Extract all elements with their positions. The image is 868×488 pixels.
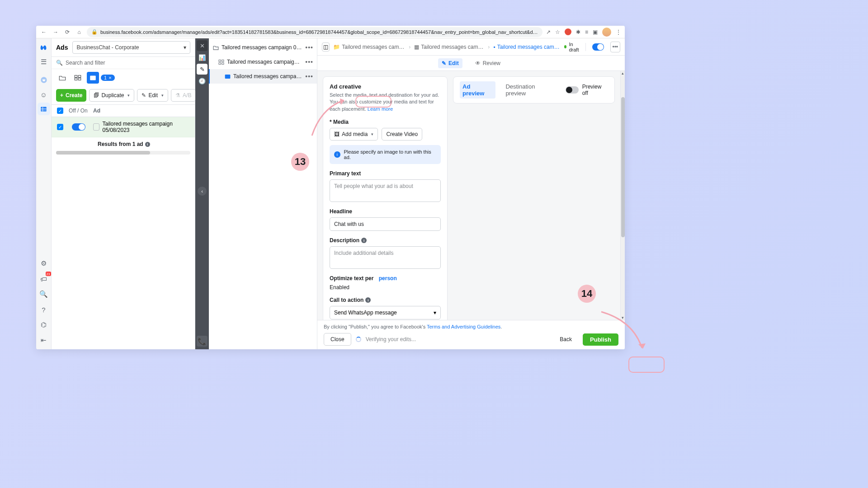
create-button[interactable]: + Create <box>56 89 86 102</box>
tab-adsets-icon[interactable] <box>71 72 84 84</box>
editor-area: ◫ 📁Tailored messages campaign ( › ▦Tailo… <box>317 38 625 349</box>
ad-active-toggle[interactable] <box>592 43 604 51</box>
ab-test-button[interactable]: ⚗ A/B <box>171 89 196 102</box>
mini-chart-icon[interactable]: 📊 <box>197 52 208 63</box>
preview-toggle[interactable] <box>566 86 579 94</box>
primary-text-input[interactable]: Tell people what your ad is about <box>330 179 441 202</box>
tree-more-icon[interactable]: ••• <box>305 58 313 66</box>
description-label: Descriptioni <box>330 237 441 244</box>
pill-count: 1 <box>104 75 107 80</box>
preview-tab-destination[interactable]: Destination preview <box>503 81 558 99</box>
pill-close-icon[interactable]: × <box>108 75 111 80</box>
ad-icon <box>224 73 231 80</box>
cta-select[interactable]: Send WhatsApp message▾ <box>330 306 441 319</box>
preview-tab-ad[interactable]: Ad preview <box>460 81 495 99</box>
kebab-icon[interactable]: ⋮ <box>616 29 621 35</box>
panel-layout-icon[interactable]: ◫ <box>322 42 330 52</box>
select-all-checkbox[interactable]: ✓ <box>57 108 63 114</box>
hamburger-icon[interactable]: ☰ <box>38 56 50 68</box>
mini-clock-icon[interactable]: 🕘 <box>197 75 208 86</box>
annotation-highlight-publish <box>628 357 665 373</box>
crumb-campaign[interactable]: 📁Tailored messages campaign ( <box>333 44 405 50</box>
spinner-icon <box>356 337 361 342</box>
rail-help-icon[interactable]: ? <box>38 303 50 316</box>
back-icon[interactable]: ← <box>40 28 48 36</box>
duplicate-button[interactable]: 🗐 Duplicate <box>89 89 134 102</box>
account-select[interactable]: BusinessChat - Corporate ▾ <box>72 41 190 54</box>
rail-notifications-icon[interactable]: 🏷23 <box>38 272 50 285</box>
description-input[interactable]: Include additional details <box>330 246 441 269</box>
selected-count-pill[interactable]: 1 × <box>101 75 115 81</box>
add-media-button[interactable]: 🖼 Add media <box>330 128 378 141</box>
learn-more-link[interactable]: Learn more <box>368 106 393 112</box>
tree-more-icon[interactable]: ••• <box>305 73 313 80</box>
rail-face-icon[interactable]: ☺ <box>38 88 50 101</box>
mini-collapse-icon[interactable]: ‹ <box>198 187 207 196</box>
subtab-edit[interactable]: ✎ Edit <box>438 58 462 68</box>
row-checkbox[interactable]: ✓ <box>57 124 63 130</box>
account-name: BusinessChat - Corporate <box>76 44 139 51</box>
window-icon[interactable]: ▣ <box>593 29 598 35</box>
scroll-down-icon[interactable]: ▾ <box>621 315 625 320</box>
level-tabs: 1 × <box>52 69 195 86</box>
browser-right-icons: ↗ ☆ ✱ ≡ ▣ ⋮ <box>546 28 621 37</box>
overflow-menu-button[interactable]: ••• <box>610 42 620 52</box>
results-summary: Results from 1 ad i <box>52 137 195 151</box>
terms-link[interactable]: Terms and Advertising Guidelines <box>427 324 500 329</box>
home-icon[interactable]: ⌂ <box>75 28 83 36</box>
tree-more-icon[interactable]: ••• <box>305 44 313 51</box>
share-icon[interactable]: ↗ <box>546 29 551 35</box>
profile-avatar-icon[interactable] <box>602 28 611 37</box>
reload-icon[interactable]: ⟳ <box>63 28 71 36</box>
rail-search-icon[interactable]: 🔍 <box>38 288 50 300</box>
forward-icon[interactable]: → <box>52 28 60 36</box>
rail-table-icon[interactable] <box>38 103 50 115</box>
url-bar[interactable]: 🔒 business.facebook.com/adsmanager/manag… <box>87 27 542 37</box>
cta-label: Call to actioni <box>330 297 441 303</box>
rail-commerce-icon[interactable] <box>38 74 50 86</box>
crumb-ad[interactable]: ▪Tailored messages campaign ( <box>493 44 560 50</box>
hscroll-track[interactable] <box>56 151 190 155</box>
crumb-adset[interactable]: ▦Tailored messages campaign ( <box>414 44 484 50</box>
search-input[interactable]: 🔍 Search and filter <box>56 60 190 66</box>
tree-ad[interactable]: Tailored messages campaign ... ••• <box>209 69 317 84</box>
row-toggle[interactable] <box>72 123 85 131</box>
mini-close-icon[interactable]: ✕ <box>197 40 208 51</box>
scroll-up-icon[interactable]: ▴ <box>621 71 625 75</box>
meta-logo-icon[interactable] <box>38 41 50 54</box>
extensions-icon[interactable]: ✱ <box>576 29 580 35</box>
subtab-review[interactable]: 👁 Review <box>472 58 504 68</box>
edit-button[interactable]: ✎ Edit <box>137 89 168 102</box>
tab-campaigns-icon[interactable] <box>56 72 69 84</box>
create-video-button[interactable]: Create Video <box>382 128 422 141</box>
rail-collapse-icon[interactable]: ⇤ <box>38 334 50 347</box>
reading-list-icon[interactable]: ≡ <box>585 29 588 35</box>
ad-creative-desc: Select the media, text and destination f… <box>330 92 441 113</box>
row-ad-name[interactable]: Tailored messages campaign 05/08/2023 <box>93 121 190 133</box>
rail-settings-icon[interactable]: ⚙ <box>38 257 50 270</box>
publish-button[interactable]: Publish <box>583 333 618 346</box>
mini-pencil-icon[interactable]: ✎ <box>197 64 208 75</box>
back-button[interactable]: Back <box>553 333 578 345</box>
tab-ads-icon[interactable] <box>87 72 99 84</box>
headline-input[interactable]: Chat with us <box>330 217 441 231</box>
star-icon[interactable]: ☆ <box>555 29 560 35</box>
verifying-text: Verifying your edits... <box>366 336 416 343</box>
table-row[interactable]: ✓ Tailored messages campaign 05/08/2023 <box>52 117 195 137</box>
ads-panel-header: Ads BusinessChat - Corporate ▾ <box>52 38 195 57</box>
scroll-thumb[interactable] <box>621 97 625 237</box>
vscroll[interactable]: ▴ ▾ <box>620 71 625 320</box>
tree-campaign[interactable]: Tailored messages campaign 05/08/20... •… <box>209 40 317 55</box>
rail-bug-icon[interactable]: ⌬ <box>38 319 50 331</box>
close-button[interactable]: Close <box>324 333 351 346</box>
optimize-person-link[interactable]: person <box>379 275 397 282</box>
hscroll-thumb[interactable] <box>56 151 150 155</box>
footer-terms: By clicking "Publish," you agree to Face… <box>324 324 618 329</box>
form-column: Ad creative Select the media, text and d… <box>317 71 448 320</box>
global-nav-rail: ☰ ☺ ⚙ 🏷23 🔍 ? ⌬ ⇤ <box>36 38 52 349</box>
extension-1-icon[interactable] <box>565 28 571 35</box>
tree-adset[interactable]: Tailored messages campaign 05/08/2... ••… <box>209 55 317 69</box>
caret-down-icon: ▾ <box>434 310 436 316</box>
primary-text-label: Primary text <box>330 170 441 177</box>
mini-phone-icon[interactable]: 📞 <box>197 336 208 347</box>
